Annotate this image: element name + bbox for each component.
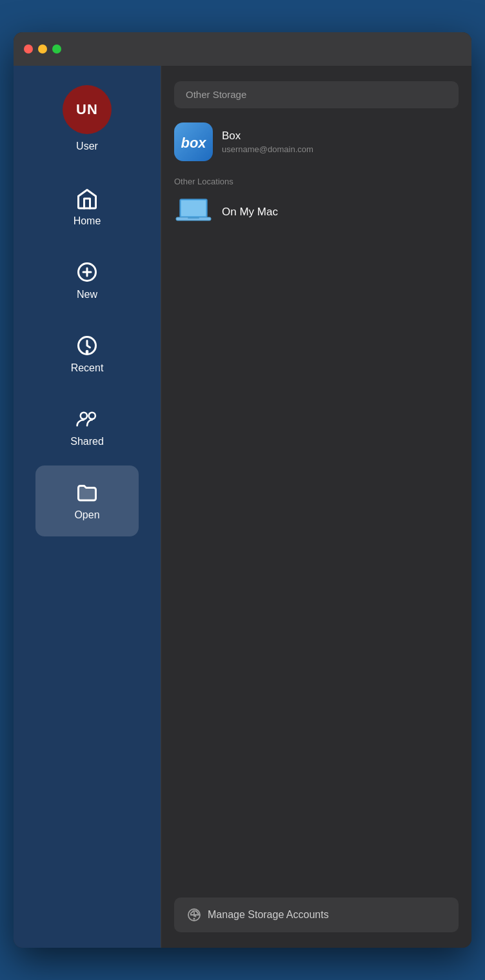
laptop-icon-svg — [175, 198, 212, 225]
other-storage-header: Other Storage — [174, 81, 459, 108]
box-storage-info: Box username@domain.com — [222, 130, 313, 154]
manage-storage-icon — [187, 908, 201, 922]
svg-point-6 — [89, 413, 95, 419]
open-icon — [75, 481, 99, 504]
app-window: UN User Home — [14, 32, 471, 948]
main-content: Other Storage box Box username@domain.co… — [161, 66, 471, 948]
box-email: username@domain.com — [222, 144, 313, 154]
home-icon — [75, 187, 99, 210]
sidebar-item-open[interactable]: Open — [35, 466, 139, 536]
sidebar-item-new[interactable]: New — [35, 245, 139, 316]
sidebar-item-home-label: Home — [74, 215, 101, 227]
traffic-lights — [24, 44, 61, 54]
manage-storage-button[interactable]: Manage Storage Accounts — [174, 897, 459, 932]
box-icon: box — [174, 122, 213, 161]
user-label: User — [76, 141, 98, 152]
box-storage-item[interactable]: box Box username@domain.com — [161, 116, 471, 168]
sidebar-item-new-label: New — [77, 289, 97, 300]
shared-icon — [75, 407, 99, 431]
svg-rect-10 — [181, 201, 206, 216]
sidebar: UN User Home — [14, 66, 161, 948]
other-locations-label: Other Locations — [161, 168, 471, 191]
manage-storage-label: Manage Storage Accounts — [208, 909, 329, 921]
close-button[interactable] — [24, 44, 33, 54]
svg-point-5 — [81, 413, 87, 419]
box-name: Box — [222, 130, 313, 142]
sidebar-nav: Home New — [14, 172, 161, 539]
avatar-initials: UN — [76, 101, 98, 118]
avatar[interactable]: UN — [63, 85, 112, 134]
minimize-button[interactable] — [38, 44, 47, 54]
on-my-mac-label: On My Mac — [222, 206, 278, 219]
box-logo-svg: box — [179, 132, 208, 152]
sidebar-item-open-label: Open — [74, 509, 99, 521]
sidebar-item-shared-label: Shared — [70, 436, 104, 447]
mac-icon — [174, 198, 213, 226]
sidebar-item-recent[interactable]: Recent — [35, 318, 139, 389]
sidebar-item-recent-label: Recent — [71, 362, 104, 374]
svg-point-14 — [193, 918, 195, 920]
maximize-button[interactable] — [52, 44, 61, 54]
content-area: UN User Home — [14, 66, 471, 948]
sidebar-item-shared[interactable]: Shared — [35, 392, 139, 463]
on-my-mac-item[interactable]: On My Mac — [161, 191, 471, 233]
recent-icon — [75, 334, 99, 357]
other-storage-label: Other Storage — [186, 89, 246, 100]
sidebar-item-home[interactable]: Home — [35, 172, 139, 242]
new-icon — [75, 260, 99, 284]
svg-rect-12 — [188, 217, 199, 219]
svg-text:box: box — [181, 135, 206, 151]
title-bar — [14, 32, 471, 66]
